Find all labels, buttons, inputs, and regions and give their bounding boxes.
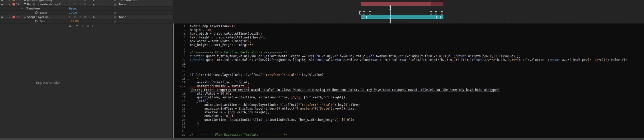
quality-icon[interactable]: / <box>80 16 81 18</box>
code-line-28[interactable]: 28 <box>174 129 644 133</box>
shy-icon[interactable]: ◇ <box>69 0 71 1</box>
scale-property-row[interactable]: Scale 100.0 ◎ <box>0 11 173 15</box>
shy-icon[interactable]: ◇ <box>69 16 71 18</box>
timeline-track-area[interactable] <box>173 0 644 23</box>
code-line-11[interactable]: 11 <box>174 62 644 66</box>
label-color-swatch[interactable] <box>13 0 15 1</box>
code-line-4[interactable]: 4text_height = t.sourceRectAtTime().heig… <box>174 36 644 39</box>
code-lines[interactable]: 1t=thisComp.layer(index-1)2margin = 10;3… <box>174 24 644 138</box>
code-line-18[interactable]: 18 startValue = [0,0]; <box>174 92 644 96</box>
fx-icon[interactable]: fx <box>84 3 86 5</box>
code-line-12[interactable]: 12 <box>174 66 644 69</box>
lock-column[interactable] <box>4 15 8 19</box>
size-property-row[interactable]: Size 82.00 ◎ <box>0 19 173 23</box>
code-line-8[interactable]: 8/* ---------- Flow Function Declaration… <box>174 51 644 54</box>
expression-graph-icon[interactable]: ≈ <box>82 24 84 27</box>
parent-pick-whip-icon[interactable]: ◎ <box>113 2 117 6</box>
code-line-19[interactable]: 19 quartIn(time, animationStartTime, ani… <box>174 96 644 99</box>
keyframe-icon[interactable] <box>441 11 443 14</box>
parent-pick-whip-icon[interactable]: ◎ <box>113 15 117 19</box>
quality-icon[interactable]: / <box>80 0 81 1</box>
layer-name[interactable]: Shape Layer 46 <box>27 15 67 19</box>
code-line-20[interactable]: 20 }else{ <box>174 99 644 103</box>
layer-switches[interactable]: ◇ ○ / fx <box>67 0 88 2</box>
lock-column[interactable] <box>4 2 8 6</box>
code-line-13[interactable]: 13 <box>174 69 644 73</box>
fold-toggle-icon[interactable]: − <box>187 78 189 80</box>
layer-name[interactable]: Battle ...derate victory 2 <box>27 2 67 6</box>
parent-dropdown[interactable]: None ▾ <box>117 2 140 6</box>
size-property-label[interactable]: Size <box>40 20 45 23</box>
size-value[interactable]: 82.00 <box>71 20 79 23</box>
expression-enable-icon[interactable]: = <box>76 24 78 27</box>
parent-pick-whip-icon[interactable]: ◎ <box>113 0 117 2</box>
stopwatch-icon[interactable] <box>35 20 38 22</box>
code-line-6[interactable]: 6box_height = text_height + margin*2; <box>174 43 644 47</box>
code-line-15[interactable]: 15− { <box>174 77 644 81</box>
code-line-27[interactable]: 27 <box>174 126 644 129</box>
visibility-eye-icon[interactable] <box>1 16 3 18</box>
stopwatch-icon[interactable] <box>35 11 38 14</box>
keyframe-icon[interactable] <box>363 11 365 14</box>
visibility-eye-icon[interactable] <box>1 4 3 5</box>
quality-icon[interactable]: / <box>80 3 81 5</box>
scale-property-label[interactable]: Scale <box>40 11 47 14</box>
code-line-17[interactable]: ◆17 animationEndTime = inPoint-1; <box>174 84 644 88</box>
collapse-icon[interactable]: ○ <box>74 0 76 1</box>
motion-blur-icon[interactable]: ◐ <box>88 2 100 6</box>
expression-pick-whip-icon[interactable]: ◎ <box>87 24 89 27</box>
lock-column[interactable] <box>4 0 8 2</box>
layer-switches[interactable]: ◇ ○ / fx <box>67 2 88 6</box>
code-line-7[interactable]: 7 <box>174 47 644 51</box>
code-line-1[interactable]: 1t=thisComp.layer(index-1) <box>174 24 644 28</box>
layer-row-13[interactable]: ▾ 13 ▦ [Words right.mov] ◇ ○ / fx ◐ ◎ 14… <box>0 0 173 2</box>
scale-value[interactable]: 100.0 <box>69 11 77 14</box>
layer-switches[interactable]: ◇ ○ / fx <box>67 15 88 19</box>
parent-dropdown[interactable]: 14: Battle o... ▾ <box>117 0 140 2</box>
code-line-22[interactable]: 22 animationEndTime = thisComp.layer(ind… <box>174 107 644 111</box>
expression-editor[interactable]: 1t=thisComp.layer(index-1)2margin = 10;3… <box>173 23 644 138</box>
shy-icon[interactable]: ◇ <box>69 3 71 5</box>
code-line-25[interactable]: 25 quartIn(time, animationStartTime, ani… <box>174 118 644 122</box>
label-color-swatch[interactable] <box>13 3 15 5</box>
layer-15-duration-bar[interactable] <box>361 15 443 19</box>
time-cursor-icon[interactable] <box>389 6 391 10</box>
fx-icon[interactable]: fx <box>84 0 86 1</box>
expression-menu-icon[interactable]: ▸ <box>92 24 93 27</box>
time-cursor-icon[interactable] <box>389 18 391 22</box>
keyframe-icon[interactable] <box>430 11 432 14</box>
expression-error-warning-icon[interactable]: ⚠ <box>69 24 72 27</box>
fx-icon[interactable]: fx <box>84 16 86 18</box>
motion-blur-icon[interactable]: ◐ <box>88 0 100 2</box>
keyframe-icon[interactable] <box>366 16 367 18</box>
transform-group-row[interactable]: ▾ Transform Reset <box>0 6 173 11</box>
keyframe-icon[interactable] <box>440 16 441 18</box>
twirl-icon[interactable]: ▾ <box>22 7 26 10</box>
code-line-26[interactable]: 26 } <box>174 122 644 126</box>
twirl-icon[interactable]: ▾ <box>8 15 12 19</box>
keyframe-icon[interactable] <box>435 11 437 14</box>
layer-row-14[interactable]: ▾ 14 T Battle ...derate victory 2 ◇ ○ / … <box>0 2 173 6</box>
layer-name[interactable]: [Words right.mov] <box>27 0 67 2</box>
twirl-icon[interactable]: ▾ <box>8 2 12 6</box>
pick-whip-icon[interactable]: ◎ <box>114 20 116 23</box>
horizontal-scrollbar[interactable] <box>0 138 644 140</box>
code-line-5[interactable]: 5box_width = text_width + margin*2; <box>174 39 644 43</box>
reset-link[interactable]: Reset <box>69 7 77 10</box>
code-line-3[interactable]: 3text_width = t.sourceRectAtTime().width… <box>174 32 644 36</box>
collapse-icon[interactable]: ○ <box>74 16 76 18</box>
code-line-21[interactable]: 21 animationStartTime = thisComp.layer(i… <box>174 103 644 107</box>
visibility-eye-icon[interactable] <box>1 0 3 1</box>
editor-scrollbar[interactable] <box>173 23 174 138</box>
code-line-14[interactable]: 14if (time<thisComp.layer(index-1).effec… <box>174 73 644 77</box>
transform-group-label[interactable]: Transform <box>26 7 40 10</box>
keyframe-icon[interactable] <box>362 16 364 18</box>
code-line-23[interactable]: 23 startValue = [box_width,box_height]; <box>174 111 644 114</box>
code-line-2[interactable]: 2margin = 10; <box>174 28 644 32</box>
code-line-10[interactable]: 10function quartIn(t,tMin,tMax,value1,va… <box>174 58 644 62</box>
keyframe-icon[interactable] <box>359 11 361 14</box>
label-color-swatch[interactable] <box>13 16 15 18</box>
motion-blur-icon[interactable]: ◐ <box>88 15 100 19</box>
code-line-16[interactable]: 16 animationStartTime = inPoint; <box>174 81 644 84</box>
twirl-icon[interactable]: ▾ <box>8 0 12 2</box>
